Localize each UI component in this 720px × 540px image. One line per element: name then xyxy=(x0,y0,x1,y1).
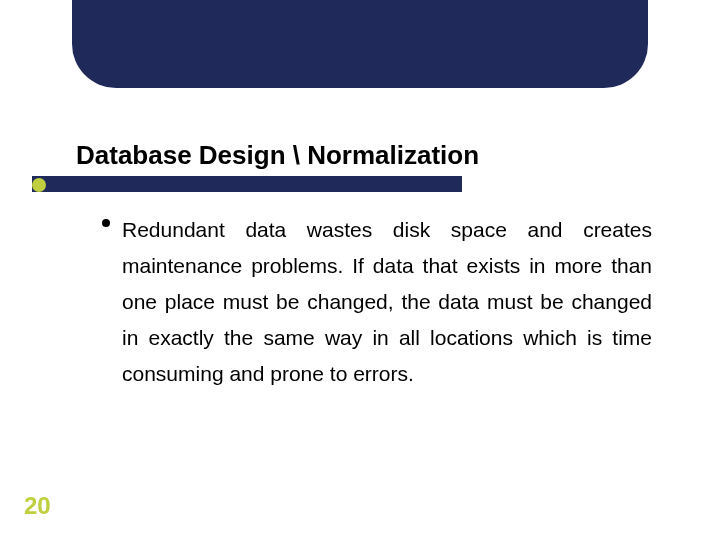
accent-dot-icon xyxy=(32,178,46,192)
page-number: 20 xyxy=(24,492,51,520)
body-content: Redundant data wastes disk space and cre… xyxy=(122,212,652,392)
slide-title: Database Design \ Normalization xyxy=(76,140,479,171)
bullet-icon xyxy=(102,219,110,227)
bullet-text: Redundant data wastes disk space and cre… xyxy=(122,212,652,392)
title-underline xyxy=(32,176,462,192)
header-block xyxy=(72,0,648,88)
